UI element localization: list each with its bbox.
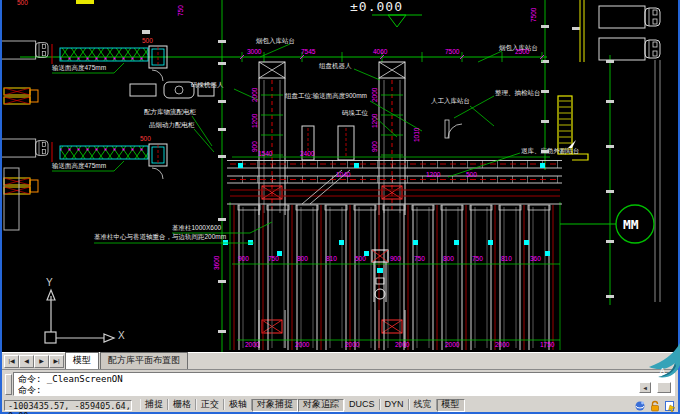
status-toggle-线宽[interactable]: 线宽 — [409, 399, 437, 410]
status-toggle-捕捉[interactable]: 捕捉 — [140, 399, 168, 410]
drawing-label-55: 1750 — [540, 342, 554, 349]
leader-lines — [52, 44, 520, 243]
drawing-label-46: 750 — [472, 256, 483, 263]
tab-scroll-button-2[interactable]: ▶ — [34, 355, 49, 368]
drawing-label-16: 500 — [142, 38, 153, 45]
main-conveyor-band — [227, 157, 562, 204]
tab-scroll-button-1[interactable]: ◀ — [19, 355, 34, 368]
status-toggle-group: 捕捉栅格正交极轴对象捕捉对象追踪DUCSDYN线宽模型 — [140, 399, 465, 412]
tab-scroll-button-0[interactable]: |◀ — [4, 355, 19, 368]
drawing-label-54: 2000 — [495, 342, 509, 349]
status-tray — [634, 400, 676, 412]
drawing-label-29: 1200 — [372, 114, 379, 128]
drawing-label-14: 基准柱中心与巷道轴重合，与边轨间距200mm — [94, 234, 226, 241]
drawing-label-25: 2000 — [252, 88, 259, 102]
drawing-label-18: 3000 — [247, 49, 261, 56]
drawing-label-42: 500 — [355, 256, 366, 263]
drawing-label-10: 输送面高度475mm — [52, 163, 106, 170]
drawing-label-31: 1010 — [414, 128, 421, 142]
drawing-label-51: 2000 — [345, 342, 359, 349]
drawing-label-20: 4060 — [373, 49, 387, 56]
drawing-label-52: 2000 — [395, 342, 409, 349]
drawing-label-28: 2000 — [372, 88, 379, 102]
drawing-label-49: 2000 — [245, 342, 259, 349]
mm-bubble — [560, 205, 654, 243]
drawing-canvas[interactable]: 烟包入库站台烟包入库站台码垛机器人组盘机器人组盘工位:输送面高度900mm码垛工… — [2, 0, 678, 352]
status-toggle-对象追踪[interactable]: 对象追踪 — [298, 399, 344, 412]
drawing-label-21: 7500 — [445, 49, 459, 56]
status-bar: -1003435.57, -859405.64, 0.00 捕捉栅格正交极轴对象… — [2, 399, 678, 412]
mm-bubble-label: MM — [623, 217, 639, 232]
drawing-label-22: 2500 — [515, 49, 529, 56]
drawing-label-23: 750 — [178, 5, 185, 16]
drawing-label-44: 750 — [414, 256, 425, 263]
drawing-label-12: 品烟动力配电柜 — [149, 122, 195, 129]
status-toggle-DYN[interactable]: DYN — [380, 399, 409, 410]
drawing-label-41: 810 — [326, 256, 337, 263]
ucs-icon — [45, 290, 114, 343]
drawing-label-8: 退库、应急外剔站台 — [521, 148, 580, 155]
drawing-label-4: 组盘工位:输送面高度900mm — [285, 93, 367, 100]
drawing-label-53: 2000 — [445, 342, 459, 349]
drawing-label-3: 组盘机器人 — [319, 63, 352, 70]
status-toggle-模型[interactable]: 模型 — [437, 399, 465, 412]
command-window-grip[interactable] — [5, 374, 12, 395]
tab-layout[interactable]: 配方库平面布置图 — [100, 352, 188, 369]
toolbar-lock-icon[interactable] — [649, 400, 661, 412]
status-toggle-DUCS[interactable]: DUCS — [344, 399, 380, 410]
drawing-label-6: 人工入库站台 — [431, 98, 470, 105]
drawing-label-0: 烟包入库站台 — [256, 38, 295, 45]
drawing-label-19: 7545 — [301, 49, 315, 56]
ucs-y-label: Y — [46, 277, 53, 288]
drawing-label-30: 900 — [372, 141, 379, 152]
command-history-line: 命令: _CleanScreenON — [18, 374, 670, 385]
command-window: 命令: _CleanScreenON 命令: ◀ — [2, 369, 678, 399]
drawing-label-9: 输送面高度475mm — [52, 65, 106, 72]
svg-text:A: A — [660, 367, 665, 374]
drawing-label-38: 900 — [238, 256, 249, 263]
drawing-label-11: 配方库物流配电柜 — [144, 109, 196, 116]
drawing-label-43: 900 — [390, 256, 401, 263]
drawing-label-50: 2000 — [295, 342, 309, 349]
drawing-label-2: 码垛机器人 — [191, 82, 224, 89]
drawing-label-39: 750 — [268, 256, 279, 263]
command-text-area[interactable]: 命令: _CleanScreenON 命令: ◀ — [13, 372, 675, 396]
drawing-label-15: 500 — [17, 0, 28, 7]
status-toggle-正交[interactable]: 正交 — [196, 399, 224, 410]
command-scrollbar[interactable]: ◀ — [639, 382, 671, 393]
drawing-label-35: 1040 — [336, 172, 350, 179]
drawing-label-13: 基准柱1000X600 — [172, 225, 221, 232]
autocad-window: 烟包入库站台烟包入库站台码垛机器人组盘机器人组盘工位:输送面高度900mm码垛工… — [0, 0, 680, 414]
status-toggle-极轴[interactable]: 极轴 — [224, 399, 252, 410]
drawing-label-7: 整理、抽检站台 — [495, 90, 541, 97]
status-toggle-对象捕捉[interactable]: 对象捕捉 — [252, 399, 298, 412]
clean-screen-icon[interactable] — [664, 400, 676, 412]
drawing-label-47: 810 — [501, 256, 512, 263]
drawing-label-24: 7500 — [531, 8, 538, 22]
drawing-label-33: 1540 — [258, 151, 272, 158]
level-annotation: ±0.000 — [350, 0, 403, 14]
drawing-label-34: 2400 — [300, 151, 314, 158]
stacker-crane — [372, 250, 388, 302]
drawing-label-26: 1200 — [252, 114, 259, 128]
tab-scroll-buttons: |◀◀▶▶| — [4, 355, 64, 369]
scroll-left-icon[interactable]: ◀ — [639, 382, 651, 393]
drawing-label-48: 360 — [530, 256, 541, 263]
drawing-label-5: 码垛工位 — [342, 110, 368, 117]
ucs-x-label: X — [118, 330, 125, 341]
scrollbar-thumb[interactable] — [657, 382, 671, 393]
tab-scroll-button-3[interactable]: ▶| — [49, 355, 64, 368]
drawing-label-45: 800 — [443, 256, 454, 263]
communication-center-icon[interactable] — [634, 400, 646, 412]
coordinate-readout: -1003435.57, -859405.64, 0.00 — [4, 400, 132, 411]
drawing-label-36: 1200 — [426, 172, 440, 179]
vendor-logo-icon: A — [642, 340, 680, 382]
drawing-label-37: 500 — [466, 172, 477, 179]
outfeed-trucks — [599, 6, 660, 60]
layout-tab-bar: |◀◀▶▶| 模型 配方库平面布置图 — [2, 352, 678, 369]
drawing-label-40: 800 — [297, 256, 308, 263]
status-toggle-栅格[interactable]: 栅格 — [168, 399, 196, 410]
drawing-label-32: 3600 — [214, 256, 221, 270]
command-prompt-line: 命令: — [18, 385, 670, 396]
tab-model[interactable]: 模型 — [65, 352, 99, 369]
